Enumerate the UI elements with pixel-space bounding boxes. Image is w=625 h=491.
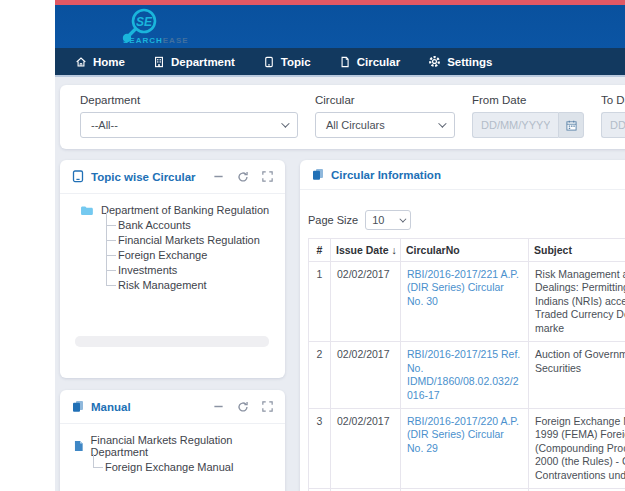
row-number: 3 (309, 408, 331, 488)
circular-filter: Circular All Circulars (315, 94, 455, 138)
table-row: 2 02/02/2017 RBI/2016-2017/215 Ref. No. … (309, 342, 625, 409)
nav-label: Circular (357, 56, 400, 68)
topic-panel-title: Topic wise Circular (91, 171, 196, 183)
page-size-select[interactable]: 10 (365, 210, 411, 230)
from-date-calendar-button[interactable] (558, 112, 584, 138)
calendar-icon (566, 120, 577, 131)
nav-item-home[interactable]: Home (61, 48, 139, 75)
circular-table: # Issue Date↓ CircularNo Subject 1 02/02… (308, 238, 625, 491)
table-row: 1 02/02/2017 RBI/2016-2017/221 A.P. (DIR… (309, 262, 625, 342)
topic-tree-item[interactable]: Risk Management (106, 277, 285, 292)
gear-icon (428, 55, 441, 68)
filter-panel: Department --All-- Circular All Circular… (60, 85, 625, 149)
topic-tree-item-label: Financial Markets Regulation (118, 234, 260, 246)
table-row: 3 02/02/2017 RBI/2016-2017/220 A.P. (DIR… (309, 408, 625, 488)
topic-tree-root[interactable]: Department of Banking Regulation (60, 204, 285, 216)
to-date-filter: To Date (601, 94, 625, 138)
logo-word-secondary: EASE (163, 36, 189, 45)
expand-icon[interactable] (262, 401, 273, 412)
copy-document-icon (72, 400, 84, 413)
svg-text:SE: SE (136, 15, 153, 29)
copy-document-icon (312, 168, 324, 181)
page-size-label: Page Size (308, 214, 358, 226)
main-navigation: Home Department Topic (55, 48, 625, 77)
topic-tree-item[interactable]: Financial Markets Regulation (106, 232, 285, 247)
book-icon (72, 170, 84, 183)
nav-item-settings[interactable]: Settings (414, 48, 506, 75)
nav-label: Department (171, 56, 235, 68)
to-date-label: To Date (601, 94, 625, 106)
issue-date-cell: 02/02/2017 (331, 262, 401, 342)
circular-panel-title: Circular Information (331, 169, 441, 181)
circular-number-link[interactable]: RBI/2016-2017/220 A.P. (DIR Series) Circ… (407, 415, 519, 454)
file-icon (74, 440, 84, 452)
nav-label: Home (93, 56, 125, 68)
circular-select-value: All Circulars (326, 119, 385, 131)
to-date-input[interactable] (601, 112, 625, 138)
column-header-subject[interactable]: Subject (529, 239, 625, 262)
logo-word-primary: SEARCH (123, 36, 163, 45)
circular-filter-label: Circular (315, 94, 455, 106)
nav-label: Settings (447, 56, 492, 68)
table-header-row: # Issue Date↓ CircularNo Subject (309, 239, 625, 262)
nav-item-topic[interactable]: Topic (249, 48, 325, 75)
brand-header: SE SEARCHEASE (55, 5, 625, 48)
home-icon (75, 56, 87, 68)
topic-tree-root-label: Department of Banking Regulation (101, 204, 269, 216)
department-select-value: --All-- (91, 119, 118, 131)
book-icon (263, 56, 275, 68)
topic-panel-header: Topic wise Circular (60, 160, 285, 194)
topic-tree: Department of Banking Regulation Bank Ac… (60, 194, 285, 292)
circular-number-link[interactable]: RBI/2016-2017/221 A.P. (DIR Series) Circ… (407, 268, 519, 307)
issue-date-cell: 02/02/2017 (331, 408, 401, 488)
nav-label: Topic (281, 56, 311, 68)
manual-tree: Financial Markets Regulation Department … (60, 424, 285, 474)
department-select[interactable]: --All-- (80, 112, 298, 138)
column-header-issue-date[interactable]: Issue Date↓ (331, 239, 401, 262)
building-icon (153, 56, 165, 68)
department-filter: Department --All-- (80, 94, 298, 138)
circular-number-link[interactable]: RBI/2016-2017/215 Ref. No. IDMD/1860/08.… (407, 348, 520, 400)
circular-panel-header: Circular Information (300, 160, 625, 190)
sort-descending-icon: ↓ (392, 244, 397, 256)
manual-tree-root-label: Financial Markets Regulation Department (91, 434, 285, 458)
horizontal-scrollbar[interactable] (75, 336, 269, 347)
expand-icon[interactable] (262, 171, 273, 182)
topic-tree-item-label: Foreign Exchange (118, 249, 207, 261)
document-icon (339, 56, 351, 68)
nav-item-circular[interactable]: Circular (325, 48, 414, 75)
from-date-filter: From Date (472, 94, 584, 138)
topic-tree-item[interactable]: Foreign Exchange (106, 247, 285, 262)
chevron-down-icon (438, 119, 446, 127)
circular-select[interactable]: All Circulars (315, 112, 455, 138)
column-header-circularno[interactable]: CircularNo (401, 239, 529, 262)
collapse-icon[interactable] (213, 171, 224, 182)
logo-wordmark: SEARCHEASE (123, 36, 189, 45)
topic-tree-item[interactable]: Investments (106, 262, 285, 277)
issue-date-cell: 02/02/2017 (331, 342, 401, 409)
row-number: 2 (309, 342, 331, 409)
column-header-number[interactable]: # (309, 239, 331, 262)
subject-cell: Foreign Exchange Managem 1999 (FEMA) For… (529, 408, 625, 488)
subject-cell: Auction of Government of In Securities (529, 342, 625, 409)
page-size-control: Page Size 10 (308, 210, 625, 230)
chevron-down-icon (400, 215, 407, 222)
topic-tree-item-label: Investments (118, 264, 177, 276)
refresh-icon[interactable] (237, 401, 249, 413)
chevron-down-icon (281, 119, 289, 127)
topic-wise-circular-panel: Topic wise Circular (60, 160, 285, 378)
refresh-icon[interactable] (237, 171, 249, 183)
collapse-icon[interactable] (213, 401, 224, 412)
row-number: 1 (309, 262, 331, 342)
folder-icon (80, 205, 94, 216)
nav-item-department[interactable]: Department (139, 48, 249, 75)
manual-tree-item[interactable]: Foreign Exchange Manual (93, 459, 285, 474)
topic-tree-item[interactable]: Bank Accounts (106, 217, 285, 232)
manual-panel: Manual (60, 390, 285, 491)
topic-tree-item-label: Bank Accounts (118, 219, 191, 231)
page-size-value: 10 (372, 214, 384, 226)
app-logo[interactable]: SE SEARCHEASE (87, 7, 197, 48)
circular-information-panel: Circular Information Page Size 10 # Issu… (300, 160, 625, 491)
from-date-input[interactable] (472, 112, 558, 138)
subject-cell: Risk Management and Inter- Dealings: Per… (529, 262, 625, 342)
